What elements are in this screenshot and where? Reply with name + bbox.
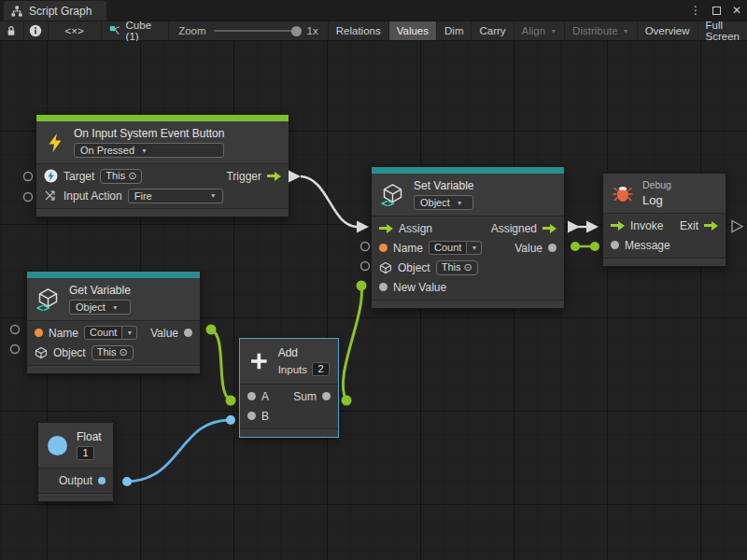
toolbar-button-relations[interactable]: Relations <box>328 21 388 40</box>
graph-canvas[interactable]: On Input System Event Button On Pressed … <box>0 41 747 560</box>
toolbar-button-distribute[interactable]: Distribute▼ <box>564 21 637 40</box>
node-set-variable[interactable]: <> Set Variable Object ▼ Assign Assigned… <box>371 166 565 309</box>
node-float[interactable]: Float 1 Output <box>37 422 114 502</box>
event-accent-bar <box>36 115 289 121</box>
chevron-down-icon: ▼ <box>122 326 137 340</box>
chevron-down-icon: ▼ <box>623 28 629 35</box>
name-dropdown[interactable]: Count ▼ <box>84 326 137 340</box>
close-icon[interactable]: ✕ <box>732 5 741 16</box>
exit-flow-port[interactable] <box>704 221 718 231</box>
name-port[interactable] <box>379 244 388 252</box>
input-action-icon[interactable] <box>44 189 58 203</box>
variable-cube-icon: <> <box>35 287 61 312</box>
object-this-chip[interactable]: This ⊙ <box>92 345 134 360</box>
node-footer <box>27 365 200 373</box>
node-title: Log <box>642 193 671 207</box>
port-row-invoke: Invoke Exit <box>603 216 726 235</box>
new-value-label: New Value <box>393 281 446 294</box>
zoom-slider[interactable] <box>214 30 300 32</box>
unconnected-port-input-action <box>24 193 33 202</box>
value-label: Value <box>150 327 178 340</box>
object-this-chip[interactable]: This ⊙ <box>436 260 478 275</box>
invoke-label: Invoke <box>630 219 663 232</box>
new-value-port[interactable] <box>379 283 388 291</box>
exit-label: Exit <box>680 219 698 232</box>
kebab-menu-icon[interactable]: ⋮ <box>690 5 701 16</box>
port-row-b: B <box>240 406 338 426</box>
node-title: On Input System Event Button <box>74 127 224 140</box>
unconnected-port-get-object <box>11 345 20 354</box>
lock-icon <box>5 24 18 37</box>
name-label: Name <box>49 327 78 340</box>
tab-title: Script Graph <box>29 5 92 18</box>
node-get-variable[interactable]: <> Get Variable Object ▼ Name Count ▼ Va… <box>26 271 201 374</box>
chevron-down-icon: ▼ <box>457 200 463 206</box>
bug-icon <box>612 182 634 204</box>
object-picker-icon: ⊙ <box>463 261 472 273</box>
object-cube-icon[interactable] <box>35 346 48 359</box>
toolbar-button-dim[interactable]: Dim <box>436 21 471 40</box>
graph-target-button[interactable]: Cube (1) <box>102 21 169 40</box>
port-row-output: Output <box>38 470 113 490</box>
scope-dropdown[interactable]: Object ▼ <box>69 300 131 315</box>
b-port[interactable] <box>247 412 256 420</box>
assigned-flow-port[interactable] <box>543 224 557 233</box>
target-port-icon[interactable] <box>44 169 58 183</box>
name-dropdown[interactable]: Count ▼ <box>429 241 482 255</box>
port-row-a: A Sum <box>240 386 338 406</box>
value-port[interactable] <box>548 244 557 252</box>
toolbar-button-values[interactable]: Values <box>388 21 436 40</box>
code-view-button[interactable]: <×> <box>49 21 102 40</box>
toolbar-button-overview[interactable]: Overview <box>637 21 698 40</box>
trigger-flow-port[interactable] <box>267 172 281 181</box>
name-port[interactable] <box>35 329 43 337</box>
sum-port[interactable] <box>322 392 331 400</box>
script-graph-icon <box>10 5 23 18</box>
object-cube-icon[interactable] <box>379 261 392 274</box>
on-pressed-dropdown[interactable]: On Pressed ▼ <box>74 143 224 158</box>
node-add[interactable]: Add Inputs 2 A Sum B <box>239 338 339 438</box>
info-button[interactable] <box>24 21 49 40</box>
wire-output-to-b <box>122 415 235 486</box>
wire-assigned-to-invoke <box>568 221 599 233</box>
assign-flow-port[interactable] <box>379 224 393 233</box>
toolbar-button-fullscreen[interactable]: Full Screen <box>698 21 747 40</box>
tab-script-graph[interactable]: Script Graph <box>4 1 106 21</box>
port-row-object: Object This ⊙ <box>372 258 564 277</box>
port-row-name: Name Count ▼ Value <box>27 323 200 343</box>
chevron-down-icon: ▼ <box>210 192 217 199</box>
a-port[interactable] <box>247 392 256 400</box>
trigger-label: Trigger <box>226 170 261 183</box>
toolbar-button-align[interactable]: Align▼ <box>514 21 565 40</box>
output-port[interactable] <box>98 477 106 484</box>
node-debug-log[interactable]: Debug Log Invoke Exit Message <box>602 173 726 267</box>
value-port[interactable] <box>184 329 192 337</box>
zoom-value: 1x <box>307 25 318 36</box>
scope-dropdown[interactable]: Object ▼ <box>414 195 473 210</box>
node-title: Set Variable <box>414 179 473 192</box>
node-title: Add <box>278 346 330 359</box>
input-action-dropdown[interactable]: Fire ▼ <box>128 189 223 203</box>
graph-target-label: Cube (1) <box>126 20 162 42</box>
graph-toolbar: <×> Cube (1) Zoom 1x Relations Values Di… <box>0 21 747 41</box>
toolbar-button-carry[interactable]: Carry <box>471 21 513 40</box>
message-port[interactable] <box>611 241 619 249</box>
inputs-count-field[interactable]: 2 <box>312 362 330 376</box>
maximize-icon[interactable] <box>712 7 721 15</box>
chevron-down-icon: ▼ <box>141 147 148 154</box>
zoom-control: Zoom 1x <box>169 21 328 40</box>
port-row-object: Object This ⊙ <box>27 343 200 362</box>
zoom-slider-handle[interactable] <box>291 26 302 36</box>
target-this-chip[interactable]: This ⊙ <box>100 169 142 184</box>
float-value-field[interactable]: 1 <box>77 446 94 460</box>
port-row-name: Name Count ▼ Value <box>372 238 564 258</box>
lock-button[interactable] <box>0 21 24 40</box>
assigned-label: Assigned <box>491 222 537 235</box>
node-on-input-system-event-button[interactable]: On Input System Event Button On Pressed … <box>35 114 289 217</box>
invoke-flow-port[interactable] <box>611 221 625 231</box>
object-picker-icon: ⊙ <box>128 170 136 182</box>
wire-sum-to-newvalue <box>342 281 367 406</box>
svg-text:<>: <> <box>381 197 394 207</box>
svg-text:<>: <> <box>36 301 49 312</box>
node-title: Float <box>77 430 102 443</box>
